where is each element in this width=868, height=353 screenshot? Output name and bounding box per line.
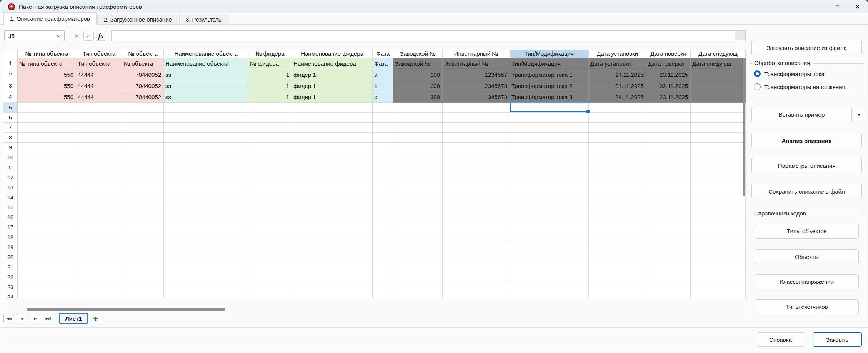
cell-C17[interactable] [122,222,164,232]
cell-G22[interactable] [373,272,393,282]
cell-J9[interactable] [510,143,589,152]
cell-H4[interactable]: 300 [393,91,443,103]
cell-H17[interactable] [393,222,443,232]
cell-B2[interactable]: 44444 [76,69,122,80]
cell-G23[interactable] [373,282,393,292]
cell-C16[interactable] [122,212,164,222]
cell-K1[interactable]: Дата установки [589,58,646,69]
cell-C14[interactable] [122,192,164,202]
cell-D7[interactable] [164,123,248,133]
cell-G9[interactable] [373,143,393,152]
counter-types-button[interactable]: Типы счетчиков [755,299,859,314]
cell-H9[interactable] [393,143,443,152]
cell-J21[interactable] [510,262,589,272]
cell-G24[interactable] [373,292,393,298]
cell-F4[interactable]: фидер 1 [292,91,373,103]
tab-results[interactable]: 3. Результаты [179,14,229,24]
cell-H2[interactable]: 100 [393,69,443,80]
next-sheet-button[interactable]: ▶ [30,314,40,323]
cell-J2[interactable]: Трансформатор тока 1 [510,69,589,80]
cell-H18[interactable] [393,232,443,242]
cell-L10[interactable] [646,152,691,162]
column-header-A[interactable]: № типа объекта [18,50,76,58]
column-header-F[interactable]: Наименование фидера [292,50,373,58]
cell-G8[interactable] [373,133,393,143]
cell-K4[interactable]: 24.11.2025 [589,91,646,103]
cell-B5[interactable] [76,103,122,113]
cell-J6[interactable] [510,113,589,123]
cell-E5[interactable] [248,103,292,113]
cell-H15[interactable] [393,202,443,212]
cell-C22[interactable] [122,272,164,282]
cell-M4[interactable] [691,91,746,103]
cell-E14[interactable] [248,192,292,202]
cell-I12[interactable] [443,172,510,182]
row-header-1[interactable]: 1 [3,58,18,69]
cell-B6[interactable] [76,113,122,123]
prev-sheet-button[interactable]: ◀ [17,314,27,323]
cell-G20[interactable] [373,252,393,262]
cell-E24[interactable] [248,292,292,298]
tab-transformer-description[interactable]: 1. Описание трасформаторов [3,12,97,25]
cell-J1[interactable]: Тип/Модификация [510,58,589,69]
cell-G16[interactable] [373,212,393,222]
row-header-14[interactable]: 14 [3,192,18,202]
cell-J11[interactable] [510,162,589,172]
cell-K9[interactable] [589,143,646,152]
cell-I14[interactable] [443,192,510,202]
cell-F5[interactable] [292,103,373,113]
cell-K5[interactable] [589,103,646,113]
cell-C4[interactable]: 70440052 [122,91,164,103]
cell-L16[interactable] [646,212,691,222]
cell-E2[interactable]: 1 [248,69,292,80]
column-header-H[interactable]: Заводской № [393,50,443,58]
cell-G4[interactable]: c [373,91,393,103]
cell-I2[interactable]: 1234567 [443,69,510,80]
row-header-7[interactable]: 7 [3,123,18,133]
cell-C15[interactable] [122,202,164,212]
cell-A24[interactable] [18,292,76,298]
row-header-6[interactable]: 6 [3,113,18,123]
cell-G2[interactable]: a [373,69,393,80]
cell-F6[interactable] [292,113,373,123]
cell-D3[interactable]: ss [164,80,248,91]
cell-E3[interactable]: 1 [248,80,292,91]
cell-A2[interactable]: 550 [18,69,76,80]
cell-reference-box[interactable]: J5 [4,30,65,41]
cell-K22[interactable] [589,272,646,282]
cell-B3[interactable]: 44444 [76,80,122,91]
cell-K16[interactable] [589,212,646,222]
row-header-15[interactable]: 15 [3,202,18,212]
cell-F18[interactable] [292,232,373,242]
cell-J13[interactable] [510,182,589,192]
row-header-20[interactable]: 20 [3,252,18,262]
cell-B8[interactable] [76,133,122,143]
cell-L11[interactable] [646,162,691,172]
row-header-12[interactable]: 12 [3,172,18,182]
cell-K18[interactable] [589,232,646,242]
cell-A19[interactable] [18,242,76,252]
cell-C7[interactable] [122,123,164,133]
cell-F13[interactable] [292,182,373,192]
cell-L1[interactable]: Дата поверки [646,58,691,69]
cell-C19[interactable] [122,242,164,252]
cell-M5[interactable] [691,103,746,113]
cell-I24[interactable] [443,292,510,298]
cell-L19[interactable] [646,242,691,252]
row-header-21[interactable]: 21 [3,262,18,272]
cell-C5[interactable] [122,103,164,113]
row-header-23[interactable]: 23 [3,282,18,292]
cell-H6[interactable] [393,113,443,123]
cell-E13[interactable] [248,182,292,192]
cell-B14[interactable] [76,192,122,202]
cell-H21[interactable] [393,262,443,272]
cell-K15[interactable] [589,202,646,212]
column-header-D[interactable]: Наименование объекта [164,50,248,58]
cell-L22[interactable] [646,272,691,282]
cell-B18[interactable] [76,232,122,242]
cell-H12[interactable] [393,172,443,182]
cell-H7[interactable] [393,123,443,133]
vertical-scrollbar-thumb[interactable] [743,58,745,196]
cell-M3[interactable] [691,80,746,91]
row-header-19[interactable]: 19 [3,242,18,252]
